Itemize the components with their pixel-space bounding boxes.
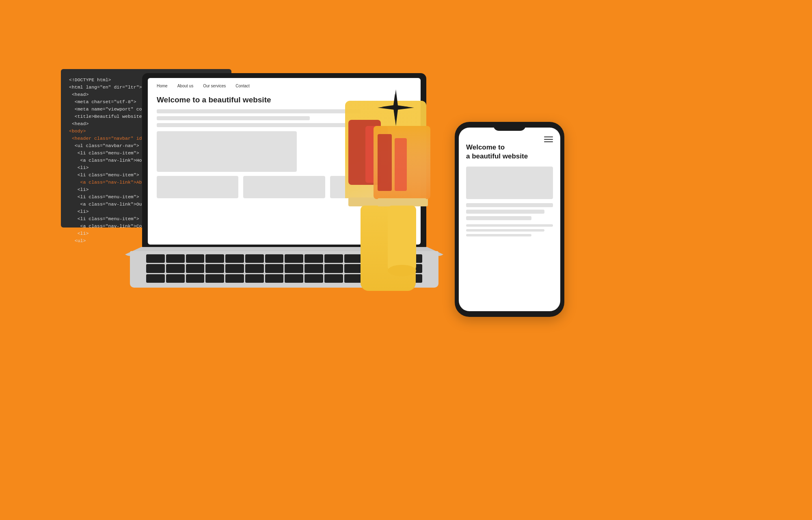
nav-home[interactable]: Home	[157, 84, 168, 88]
phone-hero-title: Welcome toa beautiful website	[466, 143, 553, 161]
key	[265, 274, 284, 283]
key	[225, 274, 244, 283]
svg-rect-2	[378, 134, 392, 191]
key	[285, 254, 303, 263]
svg-rect-3	[395, 138, 407, 191]
phone-placeholder-bar	[466, 234, 531, 236]
hamburger-menu[interactable]	[544, 136, 553, 142]
key	[285, 274, 303, 283]
hamburger-line	[544, 136, 553, 137]
key	[205, 254, 224, 263]
key	[245, 254, 264, 263]
key	[146, 274, 165, 283]
key	[146, 264, 165, 273]
placeholder-image	[157, 131, 297, 172]
key	[186, 254, 205, 263]
paintbrush-illustration	[333, 85, 471, 288]
key	[225, 264, 244, 273]
phone-notch	[493, 122, 526, 131]
key	[245, 264, 264, 273]
phone-image-placeholder	[466, 167, 553, 199]
key	[166, 264, 185, 273]
key	[304, 274, 323, 283]
placeholder-bar	[157, 123, 361, 127]
hamburger-line	[544, 141, 553, 142]
nav-services[interactable]: Our services	[203, 84, 226, 88]
col-placeholder	[243, 176, 325, 198]
phone-placeholder-bar	[466, 216, 531, 220]
phone-placeholder-bar	[466, 203, 553, 207]
key	[245, 274, 264, 283]
nav-contact[interactable]: Contact	[235, 84, 249, 88]
key	[186, 274, 205, 283]
key	[285, 264, 303, 273]
key	[205, 264, 224, 273]
phone-placeholder-bar	[466, 229, 544, 232]
phone-screen: Welcome toa beautiful website	[459, 128, 560, 311]
placeholder-bar	[157, 109, 361, 113]
key	[304, 254, 323, 263]
key	[186, 264, 205, 273]
svg-rect-5	[388, 206, 416, 271]
phone-placeholder-bar	[466, 224, 553, 227]
key	[146, 254, 165, 263]
key	[225, 254, 244, 263]
key	[304, 264, 323, 273]
nav-about[interactable]: About us	[177, 84, 193, 88]
key	[166, 274, 185, 283]
svg-point-6	[388, 265, 416, 276]
phone: Welcome toa beautiful website	[455, 122, 564, 317]
col-placeholder	[157, 176, 238, 198]
key	[166, 254, 185, 263]
scene: <!DOCTYPE html> <html lang="en" dir="ltr…	[0, 0, 812, 520]
svg-rect-4	[378, 198, 426, 206]
key	[265, 264, 284, 273]
key	[265, 254, 284, 263]
phone-placeholder-bar	[466, 210, 544, 214]
placeholder-bar	[157, 116, 310, 120]
hamburger-line	[544, 139, 553, 140]
key	[205, 274, 224, 283]
